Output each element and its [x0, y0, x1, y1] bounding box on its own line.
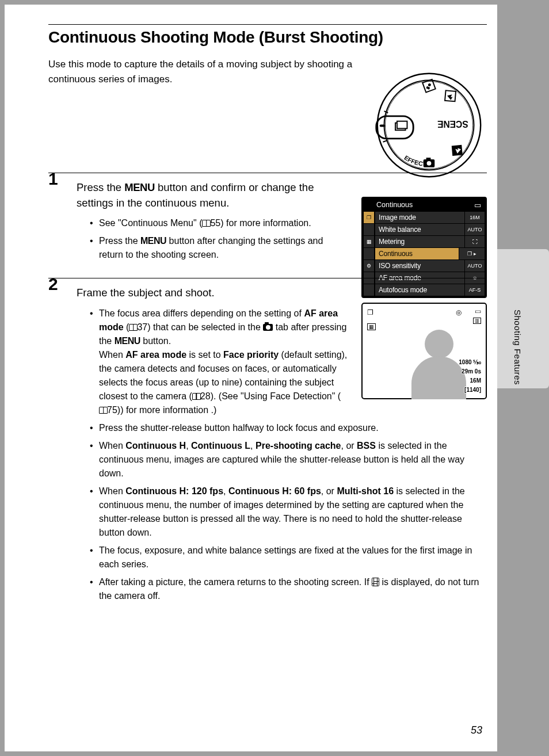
page-ref-icon — [192, 393, 201, 400]
side-tab — [497, 249, 549, 388]
page-title: Continuous Shooting Mode (Burst Shooting… — [48, 28, 497, 47]
page-ref-icon — [99, 407, 108, 414]
mode-dial-illustration: SCENE EFFECTS — [373, 69, 485, 181]
manual-page: Shooting Features Continuous Shooting Mo… — [5, 5, 497, 751]
intro-paragraph: Use this mode to capture the details of … — [48, 57, 353, 87]
hourglass-icon — [372, 578, 379, 586]
step-number: 1 — [48, 169, 58, 189]
page-ref-icon — [202, 220, 211, 227]
menu-button-label: MENU — [140, 236, 166, 246]
page-ref-icon — [129, 324, 138, 331]
step-number: 2 — [48, 274, 58, 294]
bullet: Press the shutter-release button halfway… — [90, 421, 487, 435]
bullet: After taking a picture, the camera retur… — [90, 575, 487, 603]
bullet: Press the MENU button after changing the… — [90, 234, 348, 262]
step-heading: Frame the subject and shoot. — [77, 285, 348, 301]
camera-tab-icon — [263, 324, 273, 331]
section-rule — [48, 173, 487, 173]
svg-text:SCENE: SCENE — [437, 119, 468, 129]
bullet: When Continuous H: 120 fps, Continuous H… — [90, 484, 487, 540]
svg-rect-6 — [380, 125, 386, 127]
svg-point-16 — [427, 161, 432, 166]
bullet: The focus, exposure, and white balance s… — [90, 544, 487, 571]
title-rule — [48, 24, 487, 25]
bullet: When Continuous H, Continuous L, Pre-sho… — [90, 439, 487, 480]
section-rule — [48, 278, 487, 278]
menu-button-label: MENU — [115, 336, 140, 346]
section-label: Shooting Features — [513, 310, 523, 385]
page-number: 53 — [471, 724, 482, 736]
svg-rect-5 — [397, 121, 407, 129]
svg-rect-15 — [426, 158, 431, 160]
step-heading: Press the MENU button and confirm or cha… — [77, 180, 348, 211]
menu-button-label: MENU — [124, 181, 154, 193]
bullet: The focus area differs depending on the … — [90, 307, 487, 417]
bullet: See "Continuous Menu" (55) for more info… — [90, 216, 348, 230]
